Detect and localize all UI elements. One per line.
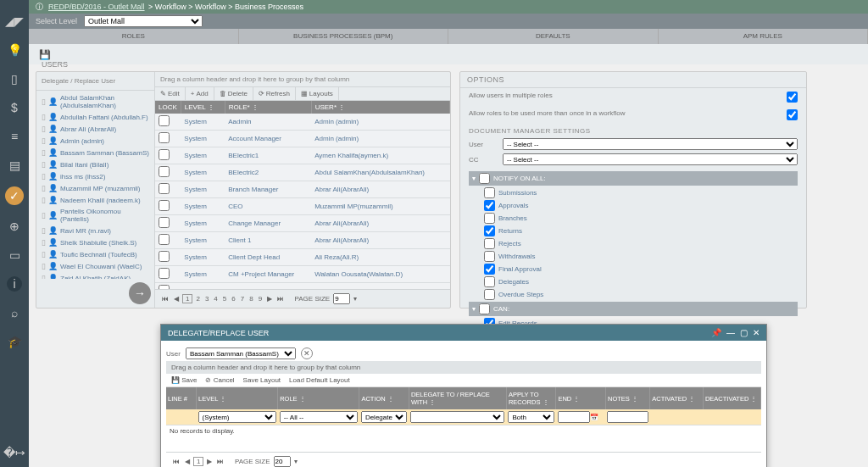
tab-apm[interactable]: APM RULES: [659, 29, 869, 44]
row-checkbox[interactable]: [159, 149, 170, 160]
tree-item[interactable]: Overdue Steps: [469, 288, 798, 301]
hint-icon[interactable]: 💡: [7, 42, 22, 58]
row-checkbox[interactable]: [159, 200, 170, 211]
clear-user-icon[interactable]: ✕: [301, 347, 313, 359]
table-row[interactable]: SystemCEOMuzammil MP(muzammil): [155, 198, 450, 215]
user-item[interactable]: ▯👤Wael El Chouwani (WaelC): [38, 260, 153, 272]
table-row[interactable]: SystemAccount ManagerAdmin (admin): [155, 131, 450, 147]
tree-item[interactable]: Final Approval: [469, 263, 798, 275]
row-checkbox[interactable]: [159, 183, 170, 194]
pin-icon[interactable]: 📌: [711, 328, 721, 337]
close-icon[interactable]: ✕: [753, 328, 760, 337]
col-lock[interactable]: LOCK: [155, 101, 181, 114]
filter-action[interactable]: Delegate: [361, 411, 408, 423]
user-item[interactable]: ▯👤Ravi MR (m.ravi): [38, 225, 153, 236]
user-item[interactable]: ▯👤Admin (admin): [38, 135, 153, 147]
tree-item[interactable]: Returns: [469, 225, 798, 237]
level-select[interactable]: Outlet Mall: [84, 15, 203, 27]
delegate-arrow-button[interactable]: →: [129, 282, 151, 304]
mpager-next-icon[interactable]: ▶: [205, 458, 214, 465]
user-item[interactable]: ▯👤Abrar Ali (AbrarAli): [38, 123, 153, 135]
delete-button[interactable]: 🗑 Delete: [214, 87, 253, 100]
grad-icon[interactable]: 🎓: [7, 334, 22, 349]
info-icon[interactable]: i: [7, 276, 22, 292]
table-row[interactable]: SystemClient 1Abrar Ali(AbrarAli): [155, 232, 450, 249]
tree-can[interactable]: ▾ CAN:: [469, 302, 798, 316]
tree-item[interactable]: Approvals: [469, 199, 798, 212]
edit-button[interactable]: ✎ Edit: [155, 87, 186, 100]
check-icon[interactable]: ✓: [5, 186, 24, 205]
layouts-button[interactable]: ▦ Layouts: [296, 87, 339, 100]
user-item[interactable]: ▯👤Pantelis Oikonomou (Pantelis): [38, 206, 153, 225]
row-checkbox[interactable]: [159, 234, 170, 245]
minimize-icon[interactable]: —: [726, 328, 735, 337]
row-checkbox[interactable]: [159, 166, 170, 177]
tree-item[interactable]: Submissions: [469, 186, 798, 199]
tab-defaults[interactable]: DEFAULTS: [448, 29, 659, 44]
clipboard-icon[interactable]: ▯: [7, 71, 22, 86]
row-checkbox[interactable]: [159, 115, 170, 126]
table-row[interactable]: SystemClient Dept HeadAli Reza(Ali.R): [155, 249, 450, 266]
table-row[interactable]: SystemBElectric1Aymen Khalifa(aymen.k): [155, 147, 450, 164]
maximize-icon[interactable]: ▢: [740, 328, 748, 337]
mpager-last-icon[interactable]: ⏭: [215, 458, 225, 465]
user-item[interactable]: ▯👤Sheik Shabiulle (Sheik.S): [38, 236, 153, 248]
user-item[interactable]: ▯👤Bilal Itani (BilalI): [38, 158, 153, 170]
table-row[interactable]: SystemChange ManagerAbrar Ali(AbrarAli): [155, 215, 450, 232]
filter-apply[interactable]: Both: [508, 411, 554, 423]
user-item[interactable]: ▯👤Abdullah Fattani (Abdullah.F): [38, 111, 153, 123]
pager-last-icon[interactable]: ⏭: [275, 295, 286, 303]
logout-icon[interactable]: �↦: [7, 445, 22, 460]
breadcrumb-project[interactable]: REDP/BD/2016 - Outlet Mall: [48, 3, 145, 11]
refresh-button[interactable]: ⟳ Refresh: [253, 87, 296, 100]
add-button[interactable]: + Add: [186, 87, 214, 100]
pager-next-icon[interactable]: ▶: [265, 295, 274, 303]
tree-item[interactable]: Delegates: [469, 275, 798, 288]
modal-user-select[interactable]: Bassam Samman (BassamS): [186, 347, 296, 359]
calendar-icon[interactable]: 📅: [590, 414, 598, 421]
row-checkbox[interactable]: [159, 268, 170, 279]
tab-roles[interactable]: ROLES: [29, 29, 239, 44]
table-row[interactable]: SystemAadminAdmin (admin): [155, 114, 450, 131]
tree-item[interactable]: Branches: [469, 212, 798, 225]
user-item[interactable]: ▯👤Zaid Al Khatib (ZaidAK): [38, 272, 153, 279]
tree-item[interactable]: Withdrawals: [469, 250, 798, 263]
modal-save-button[interactable]: 💾 Save: [171, 376, 197, 384]
table-row[interactable]: SystemBElectric2Abdul SalamKhan(Abdulsal…: [155, 164, 450, 181]
filter-delegateto[interactable]: [410, 411, 504, 423]
modal-titlebar[interactable]: DELEGATE/REPLACE USER 📌 — ▢ ✕: [161, 325, 766, 341]
row-checkbox[interactable]: [159, 132, 170, 143]
dm-cc-select[interactable]: -- Select --: [503, 153, 798, 165]
pager-prev-icon[interactable]: ◀: [172, 295, 181, 303]
tree-item[interactable]: Rejects: [469, 237, 798, 250]
filter-level[interactable]: (System): [198, 411, 276, 423]
calc-icon[interactable]: ▤: [7, 158, 22, 173]
tree-notify[interactable]: ▾ NOTIFY ON ALL:: [469, 171, 798, 186]
row-checkbox[interactable]: [159, 217, 170, 228]
tab-bpm[interactable]: BUSINESS PROCESSES (BPM): [239, 29, 449, 44]
mpager-first-icon[interactable]: ⏮: [171, 458, 181, 465]
table-row[interactable]: SystemCM-Project DirectorMuzammil MP(muz…: [155, 283, 450, 290]
filter-notes[interactable]: [607, 411, 648, 423]
dm-user-select[interactable]: -- Select --: [503, 138, 798, 150]
col-role[interactable]: ROLE* ⋮: [225, 101, 311, 114]
briefcase-icon[interactable]: ▭: [7, 247, 22, 263]
modal-page-size-input[interactable]: [274, 456, 291, 467]
filter-role[interactable]: -- All --: [280, 411, 358, 423]
modal-loadlayout-button[interactable]: Load Default Layout: [289, 376, 350, 384]
user-item[interactable]: ▯👤Nadeem Khalil (nadeem.k): [38, 194, 153, 206]
globe-icon[interactable]: ⊕: [7, 219, 22, 234]
col-user[interactable]: USER* ⋮: [311, 101, 449, 114]
modal-savelayout-button[interactable]: Save Layout: [243, 376, 281, 384]
search-icon[interactable]: ⌕: [7, 305, 22, 320]
row-checkbox[interactable]: [159, 251, 170, 262]
col-level[interactable]: LEVEL ⋮: [181, 101, 225, 114]
mpager-prev-icon[interactable]: ◀: [183, 458, 192, 465]
page-size-input[interactable]: [333, 293, 350, 304]
opt-multiple-roles[interactable]: [787, 92, 798, 103]
list-icon[interactable]: ≡: [7, 129, 22, 144]
table-row[interactable]: SystemCM +Project ManagerWalatan Oousata…: [155, 266, 450, 283]
user-item[interactable]: ▯👤ihss ms (ihss2): [38, 170, 153, 182]
opt-reuse-roles[interactable]: [787, 109, 798, 120]
user-item[interactable]: ▯👤Bassam Samman (BassamS): [38, 147, 153, 158]
